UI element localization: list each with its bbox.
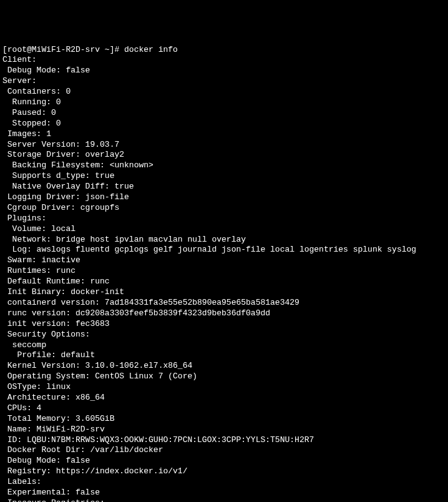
security-options-line: Security Options: [2,330,446,340]
containerd-version-line: containerd version: 7ad184331fa3e55e52b8… [2,298,446,308]
client-header: Client: [2,55,446,66]
seccomp-line: seccomp [2,340,446,351]
registry-line: Registry: https://index.docker.io/v1/ [2,466,446,477]
prompt-line: [root@MiWiFi-R2D-srv ~]# docker info [2,45,446,56]
init-version-line: init version: fec3683 [2,319,446,330]
storage-driver-line: Storage Driver: overlay2 [2,150,446,160]
running-line: Running: 0 [2,97,446,108]
plugins-line: Plugins: [2,214,446,224]
profile-line: Profile: default [2,350,446,361]
containers-line: Containers: 0 [2,87,446,97]
labels-line: Labels: [2,477,446,488]
native-overlay-line: Native Overlay Diff: true [2,182,446,192]
volume-line: Volume: local [2,224,446,235]
default-runtime-line: Default Runtime: runc [2,277,446,287]
total-memory-line: Total Memory: 3.605GiB [2,414,446,425]
cgroup-driver-line: Cgroup Driver: cgroupfs [2,203,446,214]
client-debug-mode: Debug Mode: false [2,66,446,76]
experimental-line: Experimental: false [2,488,446,498]
operating-system-line: Operating System: CentOS Linux 7 (Core) [2,372,446,382]
ostype-line: OSType: linux [2,382,446,393]
swarm-line: Swarm: inactive [2,255,446,266]
server-version-line: Server Version: 19.03.7 [2,140,446,150]
name-line: Name: MiWiFi-R2D-srv [2,425,446,435]
kernel-version-line: Kernel Version: 3.10.0-1062.el7.x86_64 [2,361,446,372]
images-line: Images: 1 [2,129,446,140]
paused-line: Paused: 0 [2,108,446,119]
runtimes-line: Runtimes: runc [2,266,446,277]
init-binary-line: Init Binary: docker-init [2,287,446,298]
docker-root-line: Docker Root Dir: /var/lib/docker [2,445,446,456]
log-line: Log: awslogs fluentd gcplogs gelf journa… [2,245,446,255]
cpus-line: CPUs: 4 [2,403,446,414]
server-header: Server: [2,76,446,87]
id-line: ID: LQBU:N7BM:RRWS:WQX3:OOKW:GUHO:7PCN:L… [2,435,446,446]
terminal-output: [root@MiWiFi-R2D-srv ~]# docker infoClie… [2,45,446,502]
debug-mode-line: Debug Mode: false [2,456,446,466]
runc-version-line: runc version: dc9208a3303feef5b3839f4323… [2,308,446,319]
insecure-registries-line: Insecure Registries: [2,498,446,502]
logging-driver-line: Logging Driver: json-file [2,192,446,203]
architecture-line: Architecture: x86_64 [2,393,446,403]
supports-dtype-line: Supports d_type: true [2,171,446,182]
network-line: Network: bridge host ipvlan macvlan null… [2,235,446,245]
backing-filesystem-line: Backing Filesystem: <unknown> [2,160,446,171]
stopped-line: Stopped: 0 [2,119,446,129]
